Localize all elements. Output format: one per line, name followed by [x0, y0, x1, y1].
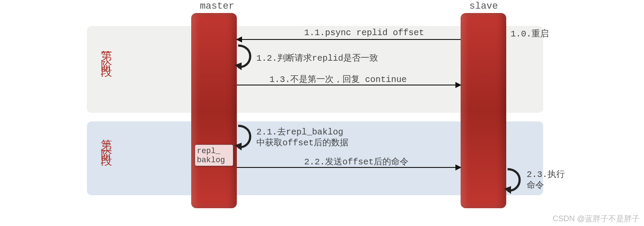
msg-1-0: 1.0.重启	[511, 28, 549, 39]
msg-2-2: 2.2.发送offset后的命令	[304, 156, 408, 167]
self-loop-baklog-fetch-icon	[235, 124, 256, 154]
self-loop-exec-icon	[504, 167, 526, 197]
msg-1-3: 1.3.不是第一次，回复 continue	[269, 73, 407, 85]
slave-label: slave	[469, 1, 498, 12]
msg-2-1b: 中获取offset后的数据	[256, 137, 349, 148]
svg-marker-0	[235, 62, 242, 70]
msg-1-1: 1.1.psync replid offset	[304, 28, 424, 38]
master-label: master	[200, 1, 234, 12]
svg-marker-1	[235, 143, 242, 151]
slave-lifeline	[461, 13, 506, 208]
msg-1-2: 1.2.判断请求replid是否一致	[256, 52, 378, 64]
phase-2-label: 第二阶段	[100, 130, 111, 151]
repl-baklog-box: repl_ baklog	[195, 144, 233, 166]
msg-2-3b: 命令	[527, 179, 544, 191]
msg-2-3a: 2.3.执行	[527, 168, 565, 180]
master-lifeline	[191, 13, 237, 208]
self-loop-replid-check-icon	[235, 43, 256, 74]
svg-marker-2	[504, 186, 511, 194]
phase-1-label: 第一阶段	[100, 41, 111, 62]
arrow-psync	[237, 39, 461, 40]
watermark-text: CSDN @蓝胖子不是胖子	[553, 213, 640, 224]
msg-2-1a: 2.1.去repl_baklog	[256, 126, 343, 138]
